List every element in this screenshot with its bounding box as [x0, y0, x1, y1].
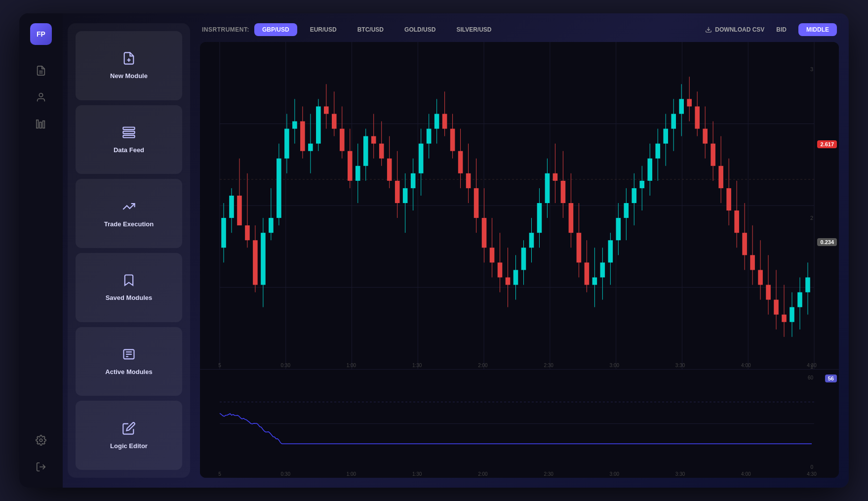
nav-user-icon[interactable]: [30, 86, 52, 108]
indicator-value-label: 56: [825, 375, 837, 382]
new-module-label: New Module: [110, 72, 148, 80]
download-csv-button[interactable]: DOWNLOAD CSV: [705, 26, 764, 33]
svg-rect-10: [123, 127, 134, 130]
main-content: INSRTRUMENT: GBP/USD EUR/USD BTC/USD GOL…: [195, 13, 849, 488]
svg-rect-11: [123, 131, 134, 134]
new-module-icon: [122, 51, 136, 68]
nav-document-icon[interactable]: [30, 60, 52, 82]
trade-execution-label: Trade Execution: [104, 220, 154, 228]
tab-silverusd[interactable]: SILVER/USD: [448, 23, 499, 36]
svg-rect-12: [123, 135, 134, 138]
nav-logout-icon[interactable]: [30, 456, 52, 478]
download-label: DOWNLOAD CSV: [715, 26, 764, 33]
nav-settings-icon[interactable]: [30, 429, 52, 451]
tab-goldusd[interactable]: GOLD/USD: [396, 23, 443, 36]
instrument-label: INSRTRUMENT:: [202, 26, 249, 33]
svg-point-6: [39, 439, 42, 442]
new-module-button[interactable]: New Module: [76, 31, 182, 100]
current-price-label: 2.617: [817, 140, 837, 148]
icon-sidebar: FP: [19, 13, 63, 488]
app-container: FP: [19, 13, 849, 488]
tab-eurusd[interactable]: EUR/USD: [302, 23, 345, 36]
svg-rect-3: [37, 120, 39, 128]
data-feed-button[interactable]: Data Feed: [76, 105, 182, 174]
logic-editor-label: Logic Editor: [110, 442, 148, 450]
nav-chart-icon[interactable]: [30, 113, 52, 135]
module-panel: New Module Data Feed Trade Execution: [68, 23, 190, 478]
saved-modules-button[interactable]: Saved Modules: [76, 253, 182, 322]
data-feed-icon: [122, 125, 136, 142]
indicator-price-label: 0.234: [817, 238, 837, 246]
saved-icon: [122, 273, 136, 290]
tab-btcusd[interactable]: BTC/USD: [350, 23, 392, 36]
svg-rect-5: [43, 121, 45, 128]
trade-exec-icon: [122, 200, 136, 216]
logo: FP: [30, 23, 52, 45]
svg-rect-4: [39, 122, 41, 128]
logic-icon: [122, 421, 136, 438]
bid-button[interactable]: BID: [769, 23, 793, 36]
data-feed-label: Data Feed: [114, 146, 144, 154]
trade-execution-button[interactable]: Trade Execution: [76, 179, 182, 248]
active-icon: [122, 347, 136, 364]
saved-modules-label: Saved Modules: [106, 294, 153, 301]
indicator-chart: 56: [200, 369, 839, 478]
instrument-bar: INSRTRUMENT: GBP/USD EUR/USD BTC/USD GOL…: [200, 23, 839, 36]
candlestick-chart: 2.617 0.234: [200, 42, 839, 369]
logic-editor-button[interactable]: Logic Editor: [76, 401, 182, 470]
middle-button[interactable]: MIDDLE: [798, 23, 837, 36]
active-modules-label: Active Modules: [105, 368, 152, 376]
chart-wrapper: 2.617 0.234 56: [200, 42, 839, 478]
svg-point-2: [39, 93, 42, 97]
active-modules-button[interactable]: Active Modules: [76, 327, 182, 396]
tab-gbpusd[interactable]: GBP/USD: [254, 23, 297, 36]
